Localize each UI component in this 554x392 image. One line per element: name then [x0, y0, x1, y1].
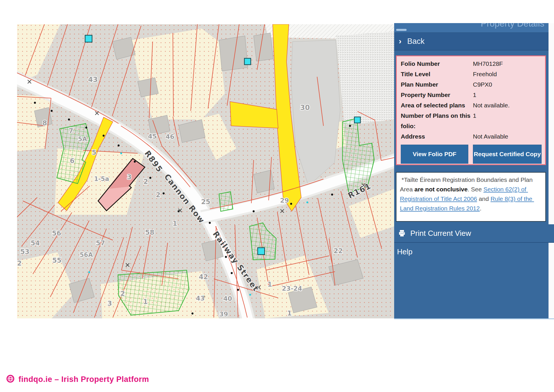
disclaimer-bold: are not conclusive — [414, 186, 467, 193]
map-parcel-label: 3 — [107, 300, 112, 307]
detail-value: MH70128F — [473, 59, 542, 69]
detail-label: Folio Number — [401, 59, 473, 69]
detail-label: Plan Number — [401, 79, 473, 90]
map-parcel-label: 5 — [92, 149, 96, 156]
footer: findqo.ie – Irish Property Platform — [6, 374, 149, 384]
view-folio-pdf-button[interactable]: View Folio PDF — [401, 145, 468, 164]
map-parcel-label: 2 — [120, 290, 125, 297]
app-window: 43875A561-5a32245463025291585654575356A5… — [0, 0, 554, 392]
map-parcel-label: 58 — [145, 229, 154, 236]
detail-label: Number of Plans on this folio: — [401, 111, 473, 131]
map-parcel-label: 43 — [196, 295, 205, 302]
map-parcel-label: 1 — [287, 309, 292, 317]
detail-row: Area of selected plansNot available. — [401, 100, 542, 111]
map-parcel-label: 2 — [17, 260, 22, 267]
map-parcel-label: 7 — [69, 127, 73, 135]
detail-value: 1 — [473, 90, 542, 100]
detail-row: Folio NumberMH70128F — [401, 59, 542, 69]
detail-row: AddressNot Available — [401, 131, 542, 142]
footer-text[interactable]: findqo.ie – Irish Property Platform — [18, 375, 149, 384]
detail-value: Not Available — [473, 131, 542, 142]
map-parcel-label: 29 — [280, 197, 289, 204]
map-parcel-label: 1-5a — [94, 176, 109, 182]
folio-buttons: View Folio PDF Request Certified Copy — [401, 145, 542, 164]
map-parcel-label: 40 — [223, 295, 232, 302]
disclaimer-and: and — [477, 195, 491, 202]
disclaimer-box: *Tailte Éireann Registration Boundaries … — [396, 172, 546, 222]
property-details-panel: Property Details › Back Folio NumberMH70… — [394, 23, 554, 319]
map-parcel-label: 46 — [166, 133, 175, 140]
map-parcel-label: 53 — [20, 248, 29, 255]
map-parcel-label: 39 — [219, 311, 228, 318]
print-current-view-button[interactable]: Print Current View — [394, 224, 554, 243]
detail-value: Not available. — [473, 100, 542, 111]
back-button[interactable]: › Back — [394, 33, 549, 51]
map-parcel-label: 8 — [42, 119, 47, 127]
detail-row: Plan NumberC9PX0 — [401, 79, 542, 90]
map-parcel-label: 42 — [199, 273, 208, 281]
map-parcel-label: 22 — [334, 247, 343, 255]
map-canvas[interactable]: 43875A561-5a32245463025291585654575356A5… — [17, 24, 394, 318]
map-svg[interactable]: 43875A561-5a32245463025291585654575356A5… — [17, 24, 394, 318]
folio-details-box: Folio NumberMH70128FTitle LevelFreeholdP… — [396, 55, 546, 165]
panel-title: Property Details — [481, 23, 544, 29]
back-label: Back — [407, 37, 424, 46]
map-parcel-label: 43 — [88, 76, 98, 84]
detail-label: Address — [401, 131, 473, 142]
detail-value: Freehold — [473, 69, 542, 79]
detail-label: Title Level — [401, 69, 473, 79]
disclaimer-end: . — [480, 205, 482, 212]
map-parcel-label: 30 — [300, 104, 310, 112]
panel-titlebar: Property Details — [394, 23, 549, 33]
detail-label: Property Number — [401, 90, 473, 100]
map-parcel-label: 3 — [127, 173, 132, 181]
map-parcel-label: 56 — [52, 229, 61, 237]
help-label: Help — [397, 247, 412, 256]
map-parcel-label: 23-24 — [282, 285, 302, 292]
help-button[interactable]: Help — [394, 243, 549, 261]
menu-icon[interactable] — [396, 29, 407, 31]
detail-value: 1 — [473, 111, 542, 131]
map-parcel-label: 55 — [52, 257, 61, 264]
map-parcel-label: 57 — [96, 239, 105, 247]
detail-label: Area of selected plans — [401, 100, 473, 111]
map-parcel-label: 6 — [70, 157, 74, 165]
map-parcel-label: 1 — [173, 220, 177, 227]
folio-details-rows: Folio NumberMH70128FTitle LevelFreeholdP… — [401, 59, 542, 142]
printer-icon — [398, 230, 406, 237]
request-certified-copy-button[interactable]: Request Certified Copy — [473, 145, 542, 164]
map-parcel-label: 54 — [31, 239, 40, 247]
map-parcel-label: 2 — [143, 178, 148, 185]
map-parcel-label: 56A — [80, 251, 93, 258]
print-label: Print Current View — [410, 229, 471, 238]
panel-scrollbar[interactable] — [549, 23, 554, 318]
findqo-logo — [6, 374, 15, 384]
disclaimer-see: . See — [468, 186, 484, 193]
map-parcel-label: 5A — [78, 136, 87, 143]
detail-row: Property Number1 — [401, 90, 542, 100]
detail-row: Number of Plans on this folio:1 — [401, 111, 542, 131]
map-parcel-label: 1 — [143, 298, 148, 305]
map-parcel-label: 1 — [267, 281, 272, 288]
chevron-right-icon: › — [399, 37, 401, 45]
map-parcel-label: 25 — [201, 198, 210, 206]
map-waffle-area — [336, 31, 394, 125]
map-parcel-label: 2 — [156, 191, 160, 199]
detail-row: Title LevelFreehold — [401, 69, 542, 79]
detail-value: C9PX0 — [473, 79, 542, 90]
map-parcel-label: 45 — [148, 133, 157, 140]
